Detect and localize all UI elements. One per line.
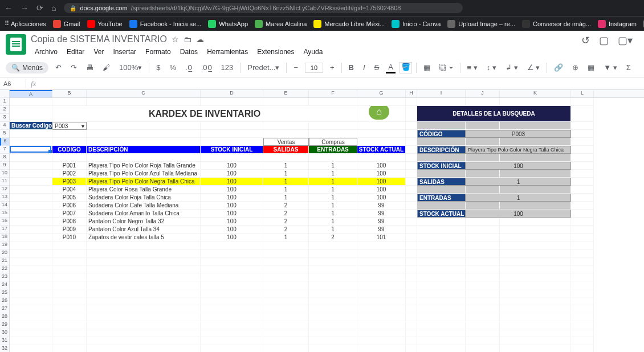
functions-button[interactable]: Σ — [624, 62, 633, 73]
move-icon[interactable]: 🗀 — [184, 35, 191, 44]
table-row[interactable]: P008 Pantalon Color Negro Talla 32 100 2… — [10, 218, 644, 226]
row-header[interactable]: 28 — [0, 313, 9, 321]
increase-decimal-button[interactable]: .00̲ — [199, 62, 214, 73]
row-header[interactable]: 11 — [0, 178, 9, 186]
merge-button[interactable]: ⿻ ▾ — [437, 62, 455, 73]
col-header[interactable]: D — [201, 90, 263, 97]
col-header[interactable]: H — [406, 90, 417, 97]
forward-icon[interactable]: → — [21, 3, 28, 13]
col-header[interactable]: C — [87, 90, 201, 97]
undo-icon[interactable]: ↶ — [53, 62, 64, 73]
menu-item[interactable]: Editar — [63, 46, 88, 58]
buscar-dropdown[interactable]: P003▾ — [52, 122, 87, 130]
menu-item[interactable]: Ayuda — [300, 46, 327, 58]
wrap-button[interactable]: ↲ ▾ — [503, 62, 520, 73]
row-header[interactable]: 10 — [0, 170, 9, 178]
row-header[interactable]: 18 — [0, 234, 9, 242]
history-icon[interactable]: ↺ — [581, 34, 590, 47]
name-box[interactable]: A6 — [0, 79, 26, 88]
table-row[interactable]: P009 Pantalon Color Azul Talla 34 100 2 … — [10, 226, 644, 234]
col-header[interactable]: F — [309, 90, 357, 97]
reload-icon[interactable]: ⟳ — [36, 3, 43, 13]
row-header[interactable]: 7 — [0, 146, 9, 154]
row-header[interactable]: 5 — [0, 130, 9, 138]
row-header[interactable]: 12 — [0, 186, 9, 194]
chart-button[interactable]: ▦ — [585, 62, 597, 73]
row-header[interactable]: 30 — [0, 329, 9, 337]
row-header[interactable]: 1 — [0, 98, 9, 106]
zoom-select[interactable]: 100% ▾ — [117, 62, 144, 73]
row-header[interactable]: 19 — [0, 242, 9, 249]
home-button[interactable]: ⌂ — [369, 106, 389, 120]
star-icon[interactable]: ☆ — [172, 35, 179, 44]
font-select[interactable]: Predet... ▾ — [245, 62, 282, 73]
menu-item[interactable]: Ver — [89, 46, 108, 58]
bookmark-item[interactable]: WhatsApp — [208, 20, 248, 28]
row-header[interactable]: 4 — [0, 122, 9, 130]
col-header[interactable]: I — [417, 90, 466, 97]
table-row[interactable]: P004 Playera Color Rosa Talla Grande 100… — [10, 186, 644, 194]
col-header[interactable]: A — [10, 90, 52, 97]
row-header[interactable]: 21 — [0, 257, 9, 265]
row-header[interactable]: 16 — [0, 218, 9, 226]
percent-button[interactable]: % — [168, 62, 179, 73]
italic-button[interactable]: I — [361, 62, 368, 73]
menu-item[interactable]: Insertar — [109, 46, 140, 58]
bookmark-item[interactable]: Inicio - Canva — [392, 20, 441, 28]
col-header[interactable]: B — [52, 90, 87, 97]
borders-button[interactable]: ▦ — [421, 62, 433, 73]
bookmark-item[interactable]: Mercado Libre Méxi... — [313, 20, 385, 28]
paint-format-icon[interactable]: 🖌 — [100, 62, 112, 73]
row-header[interactable]: 13 — [0, 194, 9, 202]
row-header[interactable]: 29 — [0, 321, 9, 329]
menu-item[interactable]: Archivo — [31, 46, 62, 58]
table-row[interactable]: P006 Sudadera Color Cafe Talla Mediana 1… — [10, 202, 644, 210]
redo-icon[interactable]: ↷ — [68, 62, 79, 73]
link-button[interactable]: 🔗 — [552, 62, 565, 73]
col-header[interactable]: K — [500, 90, 571, 97]
row-header[interactable]: 2 — [0, 106, 9, 114]
row-header[interactable]: 6 — [0, 138, 9, 146]
menu-item[interactable]: Extensiones — [253, 46, 298, 58]
document-title[interactable]: Copia de SISTEMA INVENTARIO — [31, 34, 167, 44]
format-123-button[interactable]: 123 — [219, 62, 236, 73]
bookmark-item[interactable]: YouTube — [87, 20, 123, 28]
table-row[interactable]: P003 Playera Tipo Polo Color Negra Talla… — [10, 178, 644, 186]
row-header[interactable]: 22 — [0, 265, 9, 273]
print-icon[interactable]: 🖶 — [84, 62, 96, 73]
decrease-font-button[interactable]: − — [291, 62, 300, 73]
bookmark-item[interactable]: Facebook - Inicia se... — [129, 20, 202, 28]
v-align-button[interactable]: ↕ ▾ — [484, 62, 499, 73]
apps-icon[interactable]: ⠿ Aplicaciones — [5, 20, 46, 27]
row-header[interactable]: 9 — [0, 162, 9, 170]
text-color-button[interactable]: A — [386, 62, 396, 73]
home-icon[interactable]: ⌂ — [51, 3, 56, 13]
row-header[interactable]: 15 — [0, 210, 9, 218]
table-row[interactable]: P005 Sudadera Color Roja Talla Chica 100… — [10, 194, 644, 202]
currency-button[interactable]: $ — [154, 62, 162, 73]
menu-item[interactable]: Herramientas — [203, 46, 252, 58]
comment-icon[interactable]: ▢ — [599, 34, 609, 47]
increase-font-button[interactable]: + — [328, 62, 337, 73]
row-header[interactable]: 20 — [0, 249, 9, 257]
rotate-button[interactable]: ∠ ▾ — [525, 62, 543, 73]
font-size-input[interactable]: 10 — [305, 63, 323, 73]
row-header[interactable]: 25 — [0, 289, 9, 297]
bookmark-item[interactable]: Conversor de imág... — [522, 20, 591, 28]
bookmark-item[interactable]: Instagram — [598, 20, 637, 28]
sheets-logo-icon[interactable] — [6, 34, 26, 55]
menu-item[interactable]: Datos — [176, 46, 202, 58]
address-bar[interactable]: 🔒 docs.google.com/spreadsheets/d/1kjQNcg… — [64, 3, 463, 13]
row-header[interactable]: 27 — [0, 305, 9, 313]
row-header[interactable]: 26 — [0, 297, 9, 305]
row-header[interactable]: 17 — [0, 226, 9, 234]
fill-color-button[interactable]: 🪣 — [400, 63, 411, 73]
video-icon[interactable]: ▢▾ — [618, 34, 633, 47]
bookmark-item[interactable]: Upload Image – re... — [447, 20, 515, 28]
decrease-decimal-button[interactable]: .0̲ — [183, 62, 194, 73]
menu-item[interactable]: Formato — [141, 46, 175, 58]
bookmark-item[interactable]: Marea Alcalina — [255, 20, 307, 28]
strike-button[interactable]: S — [372, 62, 382, 73]
bold-button[interactable]: B — [347, 62, 356, 73]
row-header[interactable]: 14 — [0, 202, 9, 210]
